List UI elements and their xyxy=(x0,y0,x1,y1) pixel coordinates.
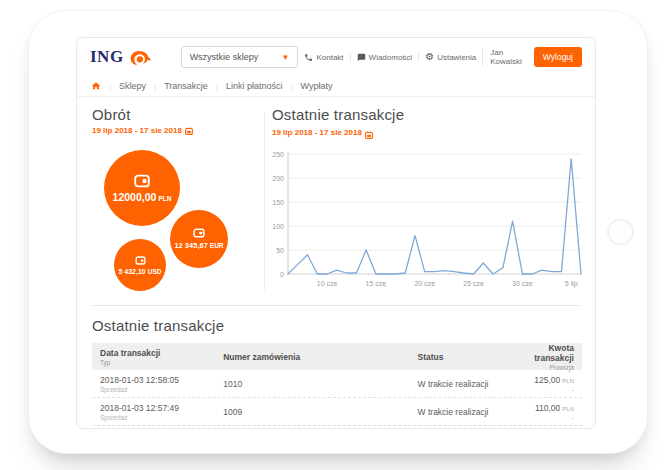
section-divider-horizontal xyxy=(92,305,580,306)
nav-divider: | xyxy=(109,82,111,91)
column-header-amount: Kwota transakcji Prowizja xyxy=(512,343,574,371)
nav-item-wyplaty[interactable]: Wypłaty xyxy=(301,81,333,91)
wallet-icon xyxy=(134,174,150,188)
cell-amount: 125,00PLN - xyxy=(512,375,574,393)
recent-transactions-title: Ostatnie transakcje xyxy=(92,317,582,334)
contact-label: Kontakt xyxy=(316,53,343,62)
settings-link[interactable]: ⚙ Ustawienia xyxy=(418,52,482,62)
tablet-frame: ING Wszystkie sklepy ▼ Kontakt xyxy=(28,10,648,454)
svg-text:250: 250 xyxy=(272,151,284,158)
table-row[interactable]: 2018-01-03 12:58:05 Sprzedaż 1010 W trak… xyxy=(92,370,582,398)
turnover-amount-pln: 12000,00 xyxy=(113,191,157,203)
svg-text:150: 150 xyxy=(272,199,284,206)
logout-button[interactable]: Wyloguj xyxy=(534,47,582,67)
nav-divider: | xyxy=(154,82,156,91)
calendar-icon xyxy=(185,127,193,135)
turnover-currency-pln: PLN xyxy=(158,195,171,202)
svg-text:30 cze: 30 cze xyxy=(512,280,533,287)
chevron-down-icon: ▼ xyxy=(282,53,290,62)
svg-text:0: 0 xyxy=(280,271,284,278)
chart-date-range[interactable]: 19 lip 2018 - 17 sie 2018 xyxy=(272,126,590,139)
shop-selector-value: Wszystkie sklepy xyxy=(190,52,259,62)
messages-link[interactable]: Wiadomości xyxy=(350,53,419,62)
ing-wordmark: ING xyxy=(90,47,124,67)
svg-text:10 cze: 10 cze xyxy=(317,280,338,287)
shop-selector-dropdown[interactable]: Wszystkie sklepy ▼ xyxy=(181,46,299,68)
svg-text:20 cze: 20 cze xyxy=(414,280,435,287)
messages-label: Wiadomości xyxy=(369,53,413,62)
column-header-order: Numer zamówienia xyxy=(223,352,417,362)
svg-text:25 cze: 25 cze xyxy=(463,280,484,287)
app-screen: ING Wszystkie sklepy ▼ Kontakt xyxy=(76,37,596,429)
svg-text:200: 200 xyxy=(272,175,284,182)
tablet-home-button[interactable] xyxy=(607,219,634,246)
calendar-icon xyxy=(365,131,373,139)
section-divider-vertical xyxy=(264,112,265,290)
svg-text:5 lip: 5 lip xyxy=(565,280,578,288)
cell-amount: 110,00PLN - xyxy=(512,403,574,421)
transactions-chart-svg: 05010015020025010 cze15 cze20 cze25 cze3… xyxy=(272,144,587,290)
cell-status: W trakcie realizacji xyxy=(418,379,513,389)
turnover-amount-eur: 12 345,67 xyxy=(174,241,207,250)
cell-status: W trakcie realizacji xyxy=(418,407,513,417)
gear-icon: ⚙ xyxy=(425,52,434,62)
nav-item-transakcje[interactable]: Transakcje xyxy=(164,81,208,91)
nav-item-linki-platnosci[interactable]: Linki płatności xyxy=(226,81,283,91)
cell-date: 2018-01-03 12:58:05 Sprzedaż xyxy=(100,375,223,393)
cell-order: 1009 xyxy=(223,407,417,417)
svg-text:50: 50 xyxy=(276,247,284,254)
turnover-date-range[interactable]: 19 lip 2018 - 17 sie 2018 xyxy=(92,126,262,135)
chart-date-range-label: 19 lip 2018 - 17 sie 2018 xyxy=(272,128,362,137)
turnover-section: Obrót 19 lip 2018 - 17 sie 2018 12000,00… xyxy=(92,106,262,304)
page-background: ING Wszystkie sklepy ▼ Kontakt xyxy=(0,0,670,470)
turnover-bubble-eur: 12 345,67EUR xyxy=(170,210,228,268)
ing-lion-icon xyxy=(127,48,151,67)
wallet-icon xyxy=(193,228,205,238)
turnover-currency-eur: EUR xyxy=(210,242,224,249)
app-header: ING Wszystkie sklepy ▼ Kontakt xyxy=(77,38,595,76)
svg-text:15 cze: 15 cze xyxy=(366,280,387,287)
transactions-chart-title: Ostatnie transakcje xyxy=(272,106,590,123)
transactions-table: Data transakcji Typ Numer zamówienia Sta… xyxy=(92,343,582,426)
column-header-date: Data transakcji Typ xyxy=(100,348,223,366)
turnover-bubble-usd: 5 432,10USD xyxy=(114,239,166,291)
nav-divider: | xyxy=(216,82,218,91)
turnover-date-range-label: 19 lip 2018 - 17 sie 2018 xyxy=(92,126,182,135)
nav-item-sklepy[interactable]: Sklepy xyxy=(119,81,146,91)
header-links: Kontakt Wiadomości ⚙ Ustawienia Jan Kowa… xyxy=(298,47,582,67)
transactions-chart-section: Ostatnie transakcje 19 lip 2018 - 17 sie… xyxy=(272,106,590,290)
cell-order: 1010 xyxy=(223,379,417,389)
turnover-title: Obrót xyxy=(92,106,262,123)
user-name[interactable]: Jan Kowalski xyxy=(482,48,529,66)
turnover-amount-usd: 5 432,10 xyxy=(119,268,146,275)
home-icon[interactable] xyxy=(91,81,101,91)
wallet-icon xyxy=(135,256,146,265)
column-header-status: Status xyxy=(418,352,513,362)
svg-text:100: 100 xyxy=(272,223,284,230)
nav-divider: | xyxy=(290,82,292,91)
main-nav: | Sklepy | Transakcje | Linki płatności … xyxy=(77,76,595,97)
contact-link[interactable]: Kontakt xyxy=(298,53,349,62)
turnover-currency-usd: USD xyxy=(148,268,162,275)
phone-icon xyxy=(304,53,313,62)
recent-transactions-section: Ostatnie transakcje Data transakcji Typ … xyxy=(92,317,582,426)
cell-date: 2018-01-03 12:57:49 Sprzedaż xyxy=(100,403,223,421)
table-row[interactable]: 2018-01-03 12:57:49 Sprzedaż 1009 W trak… xyxy=(92,398,582,426)
ing-logo: ING xyxy=(90,47,151,67)
turnover-bubble-pln: 12000,00PLN xyxy=(104,150,180,226)
table-header-row: Data transakcji Typ Numer zamówienia Sta… xyxy=(92,343,582,370)
chat-icon xyxy=(357,53,366,62)
settings-label: Ustawienia xyxy=(437,53,476,62)
